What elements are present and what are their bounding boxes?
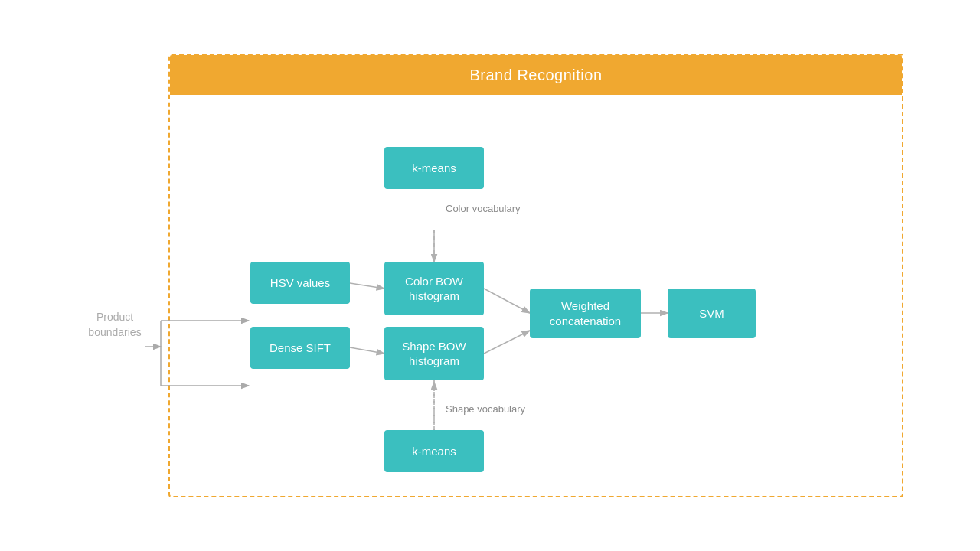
svg-line-5 (484, 289, 530, 313)
header-bar: Brand Recognition (170, 55, 902, 95)
hsv-values-box: HSV values (250, 262, 350, 304)
svg-line-3 (350, 283, 384, 289)
color-bow-box: Color BOW histogram (384, 262, 484, 315)
product-boundaries-label: Product boundaries (69, 310, 161, 340)
svg-line-6 (484, 331, 530, 354)
shape-bow-box: Shape BOW histogram (384, 327, 484, 380)
kmeans-bottom-box: k-means (384, 430, 484, 472)
color-vocabulary-label: Color vocabulary (446, 203, 521, 214)
weighted-concat-box: Weighted concatenation (530, 289, 641, 338)
dense-sift-box: Dense SIFT (250, 327, 350, 369)
shape-vocabulary-label: Shape vocabulary (446, 403, 525, 415)
svm-box: SVM (668, 289, 756, 338)
svg-line-4 (350, 347, 384, 354)
diagram-title: Brand Recognition (469, 67, 602, 84)
kmeans-top-box: k-means (384, 147, 484, 189)
outer-container: Brand Recognition (168, 54, 903, 497)
diagram-wrapper: Product boundaries Brand Recognition (69, 54, 911, 497)
